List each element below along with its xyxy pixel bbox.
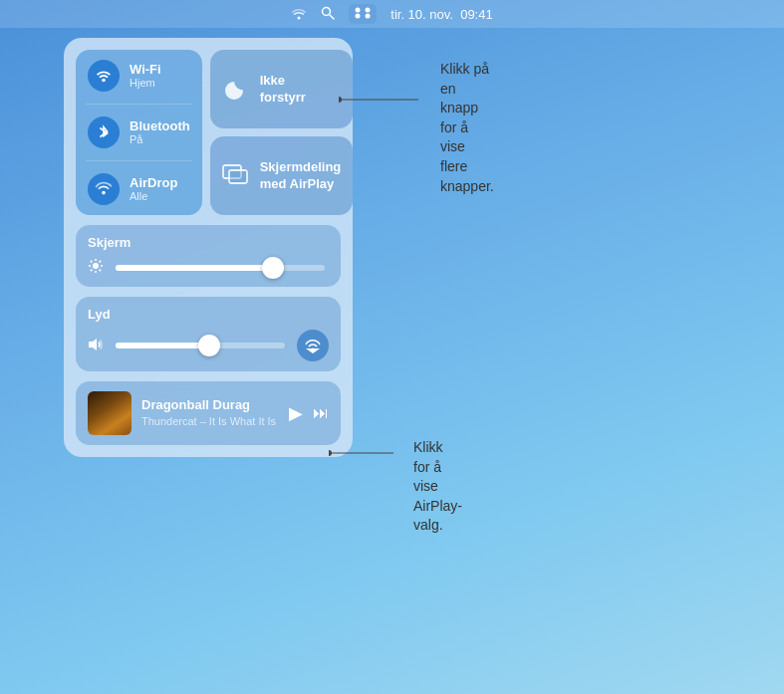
svg-point-20 <box>312 348 315 351</box>
brightness-thumb[interactable] <box>262 257 284 279</box>
airdrop-icon <box>95 180 113 198</box>
tile-divider-2 <box>86 160 192 161</box>
playback-controls: ▶ ⏭ <box>289 402 329 424</box>
wifi-menubar-icon[interactable] <box>291 6 307 23</box>
volume-icon <box>88 337 104 355</box>
right-tiles-column: Ikkeforstyrr Skjermdelingmed AirPlay <box>210 50 354 215</box>
control-center-panel: Wi-Fi Hjem Bluetooth På <box>64 38 353 457</box>
svg-line-17 <box>100 261 102 263</box>
play-button[interactable]: ▶ <box>289 402 303 424</box>
svg-point-22 <box>339 97 342 103</box>
volume-fill <box>116 343 209 348</box>
do-not-disturb-tile[interactable]: Ikkeforstyrr <box>210 50 354 128</box>
menubar-datetime[interactable]: tir. 10. nov. 09:41 <box>391 7 492 22</box>
do-not-disturb-label: Ikkeforstyrr <box>260 73 306 107</box>
menubar: tir. 10. nov. 09:41 <box>0 0 784 28</box>
svg-point-7 <box>102 191 106 195</box>
tiles-row: Wi-Fi Hjem Bluetooth På <box>76 50 341 215</box>
speaker-icon <box>88 337 104 352</box>
bluetooth-icon <box>95 123 113 141</box>
album-art <box>88 391 131 435</box>
tile-divider-1 <box>86 104 192 105</box>
airdrop-icon-circle <box>88 173 120 205</box>
volume-slider-row <box>88 330 329 361</box>
sun-icon <box>88 258 104 274</box>
brightness-slider-row <box>88 258 329 277</box>
do-not-disturb-icon <box>222 76 250 104</box>
screen-mirroring-tile[interactable]: Skjermdelingmed AirPlay <box>210 136 354 215</box>
bluetooth-tile[interactable]: Bluetooth På <box>88 116 190 148</box>
airdrop-label: AirDrop <box>130 175 177 191</box>
svg-point-0 <box>323 7 331 15</box>
airdrop-tile[interactable]: AirDrop Alle <box>88 173 190 205</box>
svg-point-2 <box>356 8 361 13</box>
svg-line-1 <box>330 15 334 19</box>
brightness-label: Skjerm <box>88 235 329 250</box>
now-playing-info: Dragonball Durag Thundercat – It Is What… <box>141 397 279 428</box>
svg-line-15 <box>91 261 93 263</box>
volume-thumb[interactable] <box>198 335 220 356</box>
svg-marker-19 <box>89 339 97 350</box>
svg-point-6 <box>102 79 106 83</box>
svg-point-3 <box>366 8 371 13</box>
wifi-icon-circle <box>88 60 120 92</box>
screen-mirroring-icon <box>222 162 250 190</box>
now-playing-section: Dragonball Durag Thundercat – It Is What… <box>76 381 341 445</box>
volume-track[interactable] <box>116 343 285 348</box>
search-menubar-icon[interactable] <box>321 6 335 23</box>
wifi-sublabel: Hjem <box>130 77 161 90</box>
annotation-1-text: Klikk på en knapp for å vise flere knapp… <box>440 60 494 196</box>
brightness-icon <box>88 258 104 277</box>
svg-point-5 <box>366 14 371 19</box>
annotation-1-line <box>339 70 538 149</box>
control-center-menubar-icon[interactable] <box>349 4 377 24</box>
svg-point-10 <box>93 263 99 269</box>
svg-point-24 <box>329 450 332 456</box>
bluetooth-text: Bluetooth På <box>130 118 190 147</box>
now-playing-title: Dragonball Durag <box>141 397 279 414</box>
wifi-tile[interactable]: Wi-Fi Hjem <box>88 60 190 92</box>
brightness-track[interactable] <box>116 265 325 271</box>
airplay-button[interactable] <box>297 330 329 361</box>
bluetooth-label: Bluetooth <box>130 118 190 134</box>
svg-point-4 <box>356 14 361 19</box>
now-playing-artist: Thundercat – It Is What It Is <box>141 414 279 428</box>
screen-mirroring-svg-icon <box>222 164 250 188</box>
airdrop-sublabel: Alle <box>130 190 177 203</box>
volume-section: Lyd <box>76 297 341 371</box>
moon-icon <box>223 77 249 103</box>
wifi-text: Wi-Fi Hjem <box>130 62 161 91</box>
album-art-image <box>88 391 131 435</box>
volume-label: Lyd <box>88 307 329 322</box>
brightness-section: Skjerm <box>76 225 341 287</box>
wifi-icon <box>95 67 113 85</box>
annotation-2-text: Klikk for å vise AirPlay-valg. <box>413 438 462 536</box>
svg-rect-9 <box>229 170 247 183</box>
skip-button[interactable]: ⏭ <box>313 404 329 422</box>
bluetooth-icon-circle <box>88 116 120 148</box>
left-tiles-column: Wi-Fi Hjem Bluetooth På <box>76 50 202 215</box>
wifi-label: Wi-Fi <box>130 62 161 78</box>
bluetooth-sublabel: På <box>130 133 190 146</box>
svg-line-18 <box>91 270 93 272</box>
airplay-icon <box>304 337 322 354</box>
airdrop-text: AirDrop Alle <box>130 175 177 204</box>
brightness-fill <box>116 265 273 271</box>
svg-line-16 <box>100 270 102 272</box>
screen-mirroring-label: Skjermdelingmed AirPlay <box>260 159 342 193</box>
